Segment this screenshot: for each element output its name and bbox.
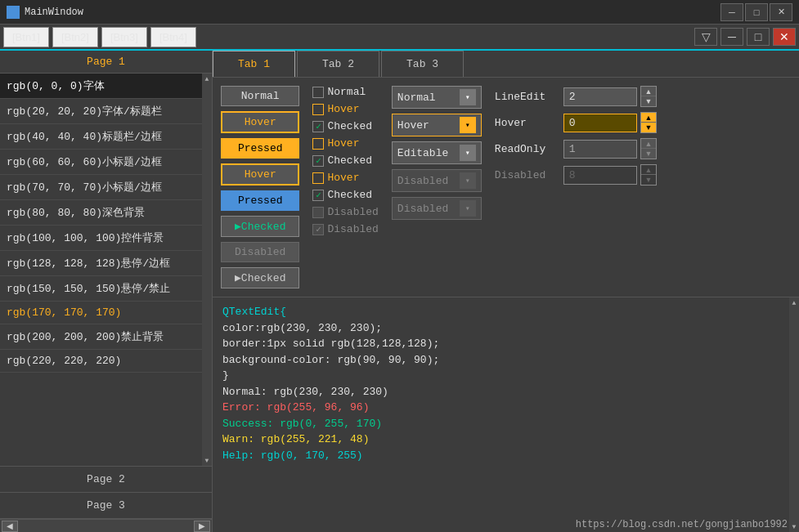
dropdown-editable[interactable]: Editable ▾ [392,141,482,164]
cb-label-hover: Hover [327,103,359,115]
ctrl-row-readonly: ReadOnly ▲ ▼ [495,138,657,159]
checked-button-2[interactable]: ▶Checked [221,267,299,288]
cb-hover3: Hover [312,172,378,184]
button-column-1: Normal Hover Pressed Hover Pressed ▶Chec… [221,86,299,288]
scroll-down-arrow[interactable]: ▼ [205,457,209,464]
checkbox-disabled [312,207,324,218]
cb-label-checked: Checked [327,120,372,132]
checkbox-hover[interactable] [312,104,324,115]
main-container: Page 1 rgb(0, 0, 0)字体 rgb(20, 20, 20)字体/… [0,51,799,532]
menu-btn2[interactable]: [Btn2] [52,27,98,47]
menu-bar-right: ▽ ─ □ ✕ [694,28,796,46]
cb-hover2: Hover [312,137,378,150]
tab-bar: Tab 1 Tab 2 Tab 3 [213,51,799,78]
sidebar-page3[interactable]: Page 3 [0,493,212,519]
dropdown-column: Normal ▾ Hover ▾ Editable ▾ Disabled ▾ [392,86,482,288]
spin-disabled: ▲ ▼ [640,164,657,186]
sidebar-page2[interactable]: Page 2 [0,467,212,493]
checkbox-hover2[interactable] [312,138,324,150]
ctrl-label-readonly: ReadOnly [495,143,560,155]
filter-button[interactable]: ▽ [694,28,717,46]
dropdown-disabled2-arrow: ▾ [460,200,476,217]
title-bar-text: MainWindow [25,7,720,18]
menu-close[interactable]: ✕ [773,28,796,46]
scroll-up-arrow[interactable]: ▲ [205,75,209,83]
tab-2[interactable]: Tab 2 [297,51,379,77]
list-item[interactable]: rgb(150, 150, 150)悬停/禁止 [0,276,202,302]
checked-button[interactable]: ▶Checked [221,216,299,237]
menu-btn4[interactable]: [Btn4] [150,27,196,47]
spin-down-readonly: ▼ [641,149,656,159]
sidebar-bottom: Page 2 Page 3 ◀ ▶ [0,466,212,532]
checkbox-hover3[interactable] [312,172,324,184]
spin-up-normal[interactable]: ▲ [641,87,656,96]
checkbox-checked2[interactable]: ✓ [312,155,324,167]
hover-button[interactable]: Hover [221,111,299,133]
list-item[interactable]: rgb(100, 100, 100)控件背景 [0,226,202,251]
list-item[interactable]: rgb(220, 220, 220) [0,350,202,373]
cb-normal: Normal [312,86,378,98]
tab-3[interactable]: Tab 3 [381,51,464,77]
list-item[interactable]: rgb(80, 80, 80)深色背景 [0,200,202,226]
minimize-button[interactable]: ─ [720,3,743,21]
tab-content: Normal Hover Pressed Hover Pressed ▶Chec… [213,78,799,532]
ctrl-row-hover: Hover ▲ ▼ [495,112,657,133]
cb-checked2: ✓ Checked [312,154,378,167]
horiz-right-btn[interactable]: ▶ [194,521,210,532]
sidebar-list-wrap: rgb(0, 0, 0)字体 rgb(20, 20, 20)字体/标题栏 rgb… [0,74,202,466]
cb-checked: ✓ Checked [312,120,378,132]
horiz-left-btn[interactable]: ◀ [2,521,18,532]
code-line-2: color:rgb(230, 230, 230); [222,320,789,337]
dropdown-disabled1: Disabled ▾ [392,169,482,192]
code-line-8: Success: rgb(0, 255, 170) [222,416,789,432]
list-item[interactable]: rgb(60, 60, 60)小标题/边框 [0,150,202,175]
dropdown-normal[interactable]: Normal ▾ [392,86,482,109]
list-item[interactable]: rgb(0, 0, 0)字体 [0,74,202,99]
close-button[interactable]: ✕ [770,3,792,21]
disabled-button: Disabled [221,242,299,262]
controls-column: LineEdit ▲ ▼ Hover ▲ ▼ [495,86,657,288]
dropdown-hover[interactable]: Hover ▾ [392,114,482,136]
tab-1[interactable]: Tab 1 [213,51,295,77]
lineedit-hover[interactable] [563,114,637,132]
list-item[interactable]: rgb(40, 40, 40)标题栏/边框 [0,124,202,150]
list-item[interactable]: rgb(200, 200, 200)禁止背景 [0,324,202,350]
spin-down-hover[interactable]: ▼ [641,123,656,132]
pressed-button-blue[interactable]: Pressed [221,190,299,211]
menu-minimize[interactable]: ─ [720,28,743,46]
lineedit-readonly [563,140,637,159]
checkbox-checked[interactable]: ✓ [312,121,324,132]
normal-button[interactable]: Normal [221,86,299,106]
dropdown-normal-arrow: ▾ [460,89,476,105]
hover-button-2[interactable]: Hover [221,163,299,186]
checkbox-normal[interactable] [312,87,324,98]
code-line-3: border:1px solid rgb(128,128,128); [222,336,789,352]
spin-down-normal[interactable]: ▼ [641,96,656,106]
cb-label-checked2: Checked [327,154,372,167]
spin-up-hover[interactable]: ▲ [641,113,656,123]
code-scroll-up[interactable]: ▲ [792,299,797,306]
maximize-button[interactable]: □ [745,3,768,21]
list-item[interactable]: rgb(170, 170, 170) [0,302,202,324]
cb-label-hover2: Hover [327,137,359,150]
code-scrollbar: ▲ ▼ [789,297,799,532]
menu-btn3[interactable]: [Btn3] [101,27,147,47]
menu-btn1[interactable]: [Btn1] [3,27,49,47]
pressed-button-orange[interactable]: Pressed [221,138,299,159]
list-item[interactable]: rgb(70, 70, 70)小标题/边框 [0,175,202,200]
ctrl-row-normal: LineEdit ▲ ▼ [495,86,657,107]
cb-disabled-checked: ✓ Disabled [312,223,378,235]
list-item[interactable]: rgb(20, 20, 20)字体/标题栏 [0,99,202,124]
code-line-5: } [222,368,789,384]
sidebar-list: rgb(0, 0, 0)字体 rgb(20, 20, 20)字体/标题栏 rgb… [0,74,202,373]
spin-up-readonly: ▲ [641,139,656,149]
cb-checked3: ✓ Checked [312,189,378,201]
code-scroll-down[interactable]: ▼ [792,523,797,530]
checkbox-checked3[interactable]: ✓ [312,190,324,201]
menu-maximize[interactable]: □ [747,28,770,46]
list-item[interactable]: rgb(128, 128, 128)悬停/边框 [0,251,202,276]
checkbox-disabled-checked: ✓ [312,224,324,235]
lineedit-disabled [563,166,637,185]
lineedit-normal[interactable] [563,87,637,106]
checkbox-column: Normal Hover ✓ Checked Hover [312,86,378,288]
